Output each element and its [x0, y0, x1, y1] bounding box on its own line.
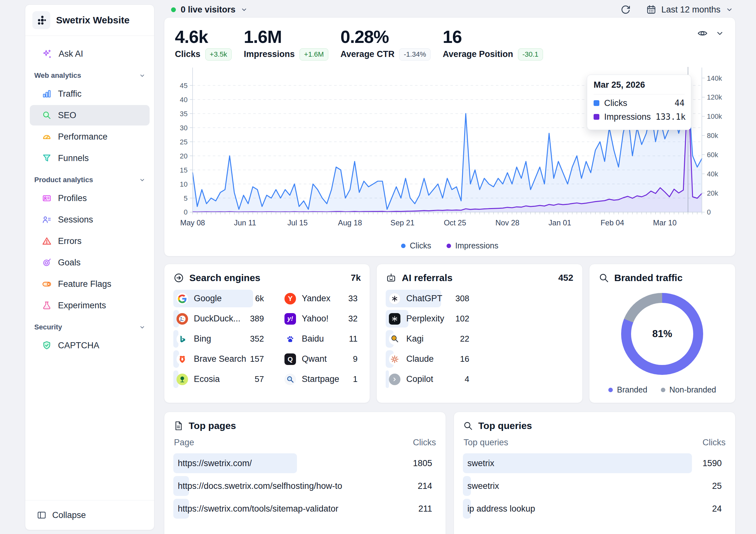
collapse-button[interactable]: Collapse [32, 506, 147, 524]
ai-referral-row[interactable]: Copilot 4 [386, 370, 472, 388]
bar-chart-icon [42, 89, 52, 99]
sidebar-item-label: Traffic [58, 89, 82, 99]
panel-left-icon [37, 510, 46, 520]
sidebar-item-seo[interactable]: SEO [30, 105, 149, 125]
sidebar-item-performance[interactable]: Performance [30, 126, 149, 147]
non-branded-dot-icon [661, 388, 665, 392]
metric-label: Average CTR [340, 49, 395, 59]
search-engine-row[interactable]: Q Qwant 9 [281, 350, 361, 368]
search-engine-row[interactable]: Brave Search 157 [173, 350, 267, 368]
referrer-name: Copilot [406, 374, 433, 384]
table-row[interactable]: swetrix 1590 [463, 453, 726, 473]
ai-referral-row[interactable]: Kagi 22 [386, 330, 472, 348]
metric-average-ctr[interactable]: 0.28% Average CTR -1.34% [340, 27, 431, 61]
engine-name: Qwant [302, 354, 327, 364]
sidebar-item-captcha[interactable]: CAPTCHA [30, 335, 149, 356]
search-engine-row[interactable]: y! Yahoo! 32 [281, 310, 361, 327]
kagi-icon [389, 333, 400, 345]
sidebar-item-profiles[interactable]: Profiles [30, 188, 149, 208]
engine-name: Yahoo! [302, 314, 329, 324]
search-engines-card: Search engines 7k Google 6k [164, 264, 370, 403]
table-row[interactable]: ip address lookup 24 [463, 499, 726, 519]
sidebar-item-traffic[interactable]: Traffic [30, 84, 149, 104]
tooltip-value: 133.1k [656, 112, 686, 122]
column-clicks: Clicks [413, 438, 436, 447]
chatgpt-icon [389, 293, 400, 304]
engine-clicks: 6k [252, 293, 264, 303]
metric-clicks[interactable]: 4.6k Clicks +3.5k [175, 27, 231, 61]
search-engine-row[interactable]: Google 6k [173, 290, 267, 307]
query-text: sweetrix [467, 481, 499, 491]
referrer-count: 22 [456, 334, 469, 344]
search-engine-row[interactable]: DuckDuck... 389 [173, 310, 267, 327]
table-row[interactable]: https://swetrix.com/ 1805 [173, 453, 437, 473]
search-engine-row[interactable]: Bing 352 [173, 330, 267, 348]
engine-clicks: 57 [251, 374, 264, 384]
sidebar-item-feature-flags[interactable]: Feature Flags [30, 274, 149, 294]
referrer-count: 308 [451, 293, 469, 303]
search-engine-row[interactable]: Y Yandex 33 [281, 290, 361, 307]
chevron-down-icon [725, 6, 734, 14]
ai-referral-row[interactable]: Claude 16 [386, 350, 472, 368]
branded-traffic-chart: 81% Branded Non-branded [598, 290, 726, 394]
sidebar-item-experiments[interactable]: Experiments [30, 295, 149, 316]
table-row[interactable]: https://docs.swetrix.com/selfhosting/how… [173, 476, 437, 496]
claude-icon [389, 353, 400, 365]
search-engine-row[interactable]: Startpage 1 [281, 370, 361, 388]
tooltip-value: 44 [675, 98, 685, 108]
svg-text:40: 40 [180, 96, 187, 104]
ai-referral-row[interactable]: Perplexity 102 [386, 310, 472, 327]
metric-change-badge: -1.34% [399, 48, 431, 61]
refresh-button[interactable] [620, 5, 631, 15]
sidebar-item-label: Sessions [58, 215, 93, 225]
google-icon [176, 293, 188, 304]
sidebar-item-sessions[interactable]: Sessions [30, 209, 149, 230]
svg-text:10: 10 [180, 180, 187, 188]
metric-label: Impressions [244, 49, 295, 59]
svg-text:Mar 10: Mar 10 [653, 219, 677, 227]
legend-clicks[interactable]: Clicks [401, 241, 431, 250]
impressions-dot-icon [446, 243, 451, 248]
legend-non-branded[interactable]: Non-branded [661, 385, 716, 394]
sidebar-header: Swetrix Website [25, 5, 154, 36]
sidebar-item-funnels[interactable]: Funnels [30, 148, 149, 168]
impressions-swatch [594, 114, 599, 120]
sidebar-section-product-analytics[interactable]: Product analytics [30, 169, 149, 188]
search-engine-row[interactable]: Baidu 11 [281, 330, 361, 348]
eye-icon[interactable] [697, 28, 708, 39]
sidebar-item-ask-ai[interactable]: Ask AI [30, 43, 149, 64]
metric-value: 16 [443, 27, 543, 47]
sidebar-item-label: Errors [58, 236, 82, 246]
svg-text:Feb 04: Feb 04 [601, 219, 624, 227]
card-total: 7k [351, 273, 361, 283]
collapse-label: Collapse [52, 510, 86, 520]
legend-branded[interactable]: Branded [608, 385, 647, 394]
table-row[interactable]: sweetrix 25 [463, 476, 726, 496]
engine-clicks: 157 [246, 354, 264, 364]
page-clicks: 214 [413, 481, 432, 491]
engine-name: Startpage [302, 374, 339, 384]
table-row[interactable]: https://swetrix.com/tools/sitemap-valida… [173, 499, 437, 519]
date-range-selector[interactable]: Last 12 months [646, 5, 734, 15]
sidebar-item-errors[interactable]: Errors [30, 231, 149, 251]
sidebar-item-goals[interactable]: Goals [30, 252, 149, 273]
metric-impressions[interactable]: 1.6M Impressions +1.6M [244, 27, 328, 61]
search-engine-row[interactable]: Ecosia 57 [173, 370, 267, 388]
chevron-down-icon[interactable] [715, 29, 725, 38]
metric-label: Average Position [443, 49, 513, 59]
metric-average-position[interactable]: 16 Average Position -30.1 [443, 27, 543, 61]
live-visitors-button[interactable]: 0 live visitors [171, 5, 248, 15]
tooltip-label: Clicks [604, 98, 627, 108]
sidebar-section-security[interactable]: Security [30, 317, 149, 335]
legend-impressions[interactable]: Impressions [446, 241, 499, 250]
sidebar-section-web-analytics[interactable]: Web analytics [30, 65, 149, 84]
ai-referral-row[interactable]: ChatGPT 308 [386, 290, 472, 307]
live-visitors-label: 0 live visitors [181, 5, 235, 15]
sidebar-item-label: Performance [58, 132, 108, 142]
sidebar-item-label: Experiments [58, 301, 106, 311]
chevron-down-icon [139, 72, 146, 79]
chart-card-actions [697, 28, 725, 39]
metric-change-badge: +3.5k [205, 48, 231, 61]
svg-text:20: 20 [180, 152, 187, 160]
svg-text:100k: 100k [707, 113, 722, 120]
